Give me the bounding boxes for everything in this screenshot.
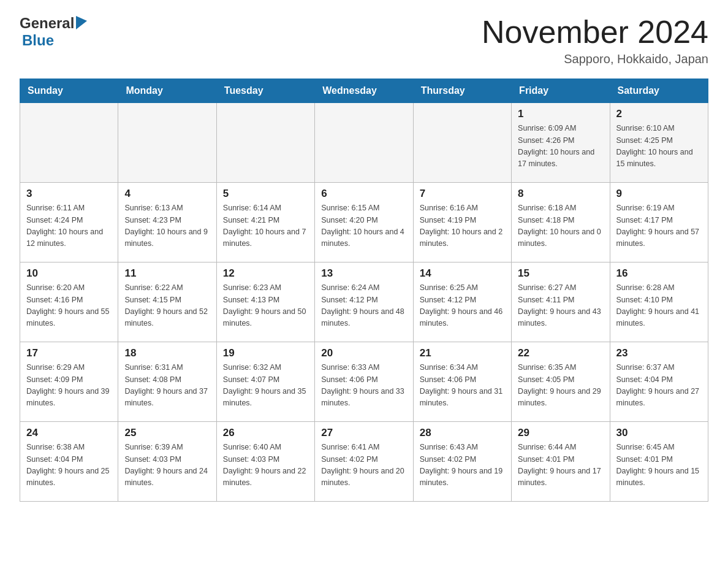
day-info: Sunrise: 6:09 AM Sunset: 4:26 PM Dayligh… [518,123,603,170]
day-number: 29 [518,427,603,439]
day-number: 20 [321,347,406,359]
day-info: Sunrise: 6:16 AM Sunset: 4:19 PM Dayligh… [420,202,505,250]
day-number: 30 [616,427,702,439]
table-row: 19Sunrise: 6:32 AM Sunset: 4:07 PM Dayli… [216,342,314,422]
col-header-saturday: Saturday [610,79,708,103]
day-number: 28 [420,427,505,439]
table-row: 21Sunrise: 6:34 AM Sunset: 4:06 PM Dayli… [413,342,511,422]
day-number: 11 [124,267,210,280]
day-number: 3 [26,188,112,200]
day-number: 16 [616,267,702,280]
col-header-wednesday: Wednesday [315,79,413,103]
day-number: 14 [420,267,505,280]
month-year-title: November 2024 [482,15,708,50]
day-info: Sunrise: 6:29 AM Sunset: 4:09 PM Dayligh… [26,362,112,410]
logo-blue-text: Blue [22,32,54,48]
day-number: 8 [518,188,603,200]
table-row [216,103,314,183]
day-info: Sunrise: 6:19 AM Sunset: 4:17 PM Dayligh… [616,202,702,250]
day-number: 13 [321,267,406,280]
day-info: Sunrise: 6:22 AM Sunset: 4:15 PM Dayligh… [124,282,210,330]
logo: General Blue [20,15,87,49]
day-number: 12 [223,267,308,280]
logo-general-text: General [20,15,74,32]
day-info: Sunrise: 6:33 AM Sunset: 4:06 PM Dayligh… [321,362,406,410]
day-info: Sunrise: 6:31 AM Sunset: 4:08 PM Dayligh… [124,362,210,410]
table-row: 4Sunrise: 6:13 AM Sunset: 4:23 PM Daylig… [118,183,216,262]
day-info: Sunrise: 6:43 AM Sunset: 4:02 PM Dayligh… [420,442,505,489]
day-info: Sunrise: 6:20 AM Sunset: 4:16 PM Dayligh… [26,282,112,330]
table-row: 25Sunrise: 6:39 AM Sunset: 4:03 PM Dayli… [118,422,216,502]
day-number: 15 [518,267,603,280]
calendar-week-row: 10Sunrise: 6:20 AM Sunset: 4:16 PM Dayli… [20,262,708,342]
day-number: 6 [321,188,406,200]
col-header-friday: Friday [512,79,610,103]
col-header-sunday: Sunday [20,79,118,103]
day-info: Sunrise: 6:13 AM Sunset: 4:23 PM Dayligh… [124,202,210,250]
table-row: 30Sunrise: 6:45 AM Sunset: 4:01 PM Dayli… [610,422,708,502]
day-number: 1 [518,108,603,120]
table-row: 7Sunrise: 6:16 AM Sunset: 4:19 PM Daylig… [413,183,511,262]
table-row: 3Sunrise: 6:11 AM Sunset: 4:24 PM Daylig… [20,183,118,262]
day-info: Sunrise: 6:25 AM Sunset: 4:12 PM Dayligh… [420,282,505,330]
day-number: 25 [124,427,210,439]
day-info: Sunrise: 6:23 AM Sunset: 4:13 PM Dayligh… [223,282,308,330]
day-info: Sunrise: 6:18 AM Sunset: 4:18 PM Dayligh… [518,202,603,250]
table-row: 6Sunrise: 6:15 AM Sunset: 4:20 PM Daylig… [315,183,413,262]
day-number: 9 [616,188,702,200]
table-row [20,103,118,183]
col-header-tuesday: Tuesday [216,79,314,103]
table-row: 8Sunrise: 6:18 AM Sunset: 4:18 PM Daylig… [512,183,610,262]
day-number: 17 [26,347,112,359]
col-header-monday: Monday [118,79,216,103]
day-number: 24 [26,427,112,439]
table-row: 26Sunrise: 6:40 AM Sunset: 4:03 PM Dayli… [216,422,314,502]
col-header-thursday: Thursday [413,79,511,103]
day-number: 10 [26,267,112,280]
day-number: 22 [518,347,603,359]
day-info: Sunrise: 6:37 AM Sunset: 4:04 PM Dayligh… [616,362,702,410]
day-info: Sunrise: 6:24 AM Sunset: 4:12 PM Dayligh… [321,282,406,330]
day-number: 26 [223,427,308,439]
calendar-week-row: 24Sunrise: 6:38 AM Sunset: 4:04 PM Dayli… [20,422,708,502]
day-info: Sunrise: 6:28 AM Sunset: 4:10 PM Dayligh… [616,282,702,330]
day-number: 18 [124,347,210,359]
day-info: Sunrise: 6:39 AM Sunset: 4:03 PM Dayligh… [124,442,210,489]
table-row: 9Sunrise: 6:19 AM Sunset: 4:17 PM Daylig… [610,183,708,262]
day-info: Sunrise: 6:27 AM Sunset: 4:11 PM Dayligh… [518,282,603,330]
location-subtitle: Sapporo, Hokkaido, Japan [482,52,708,66]
day-number: 7 [420,188,505,200]
day-number: 21 [420,347,505,359]
table-row: 5Sunrise: 6:14 AM Sunset: 4:21 PM Daylig… [216,183,314,262]
calendar-week-row: 17Sunrise: 6:29 AM Sunset: 4:09 PM Dayli… [20,342,708,422]
day-number: 19 [223,347,308,359]
day-info: Sunrise: 6:14 AM Sunset: 4:21 PM Dayligh… [223,202,308,250]
calendar-week-row: 1Sunrise: 6:09 AM Sunset: 4:26 PM Daylig… [20,103,708,183]
calendar-week-row: 3Sunrise: 6:11 AM Sunset: 4:24 PM Daylig… [20,183,708,262]
table-row: 1Sunrise: 6:09 AM Sunset: 4:26 PM Daylig… [512,103,610,183]
table-row [118,103,216,183]
svg-marker-0 [76,16,87,29]
day-info: Sunrise: 6:34 AM Sunset: 4:06 PM Dayligh… [420,362,505,410]
day-info: Sunrise: 6:35 AM Sunset: 4:05 PM Dayligh… [518,362,603,410]
day-info: Sunrise: 6:40 AM Sunset: 4:03 PM Dayligh… [223,442,308,489]
day-number: 27 [321,427,406,439]
calendar-title-area: November 2024 Sapporo, Hokkaido, Japan [482,15,708,66]
day-number: 4 [124,188,210,200]
day-info: Sunrise: 6:32 AM Sunset: 4:07 PM Dayligh… [223,362,308,410]
day-info: Sunrise: 6:15 AM Sunset: 4:20 PM Dayligh… [321,202,406,250]
day-info: Sunrise: 6:45 AM Sunset: 4:01 PM Dayligh… [616,442,702,489]
day-info: Sunrise: 6:38 AM Sunset: 4:04 PM Dayligh… [26,442,112,489]
table-row: 11Sunrise: 6:22 AM Sunset: 4:15 PM Dayli… [118,262,216,342]
table-row: 29Sunrise: 6:44 AM Sunset: 4:01 PM Dayli… [512,422,610,502]
logo-triangle-icon [76,16,87,29]
table-row [315,103,413,183]
table-row: 20Sunrise: 6:33 AM Sunset: 4:06 PM Dayli… [315,342,413,422]
day-number: 2 [616,108,702,120]
table-row [413,103,511,183]
table-row: 27Sunrise: 6:41 AM Sunset: 4:02 PM Dayli… [315,422,413,502]
table-row: 23Sunrise: 6:37 AM Sunset: 4:04 PM Dayli… [610,342,708,422]
table-row: 2Sunrise: 6:10 AM Sunset: 4:25 PM Daylig… [610,103,708,183]
table-row: 13Sunrise: 6:24 AM Sunset: 4:12 PM Dayli… [315,262,413,342]
table-row: 16Sunrise: 6:28 AM Sunset: 4:10 PM Dayli… [610,262,708,342]
